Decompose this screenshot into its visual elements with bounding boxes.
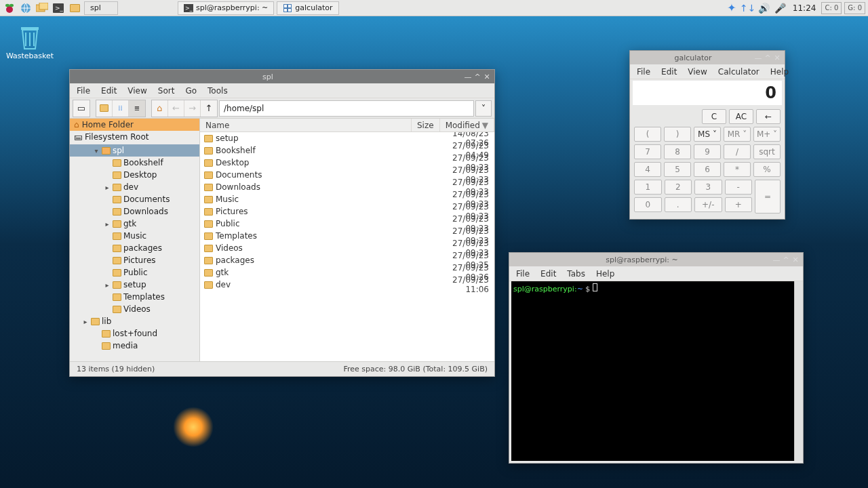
key-mr[interactable]: MR ˅ [724,127,751,142]
home-button[interactable]: ⌂ [152,100,168,117]
minimize-button[interactable]: — [463,72,473,81]
path-entry[interactable]: /home/spl [219,100,474,117]
menu-calculator[interactable]: Calculator [714,66,764,78]
tree-node-media[interactable]: media [70,340,199,352]
close-button[interactable]: ✕ [482,72,492,81]
menu-tools[interactable]: Tools [203,85,232,97]
list-view-button[interactable]: ≣ [129,100,145,117]
terminal-titlebar[interactable]: spl@raspberrypi: ~ — ^ ✕ [509,253,803,266]
key-equals[interactable]: = [755,180,781,214]
key-ms[interactable]: MS ˅ [694,127,721,142]
key-1[interactable]: 1 [634,180,662,195]
filemanager-launcher-icon[interactable] [35,1,49,15]
key-rparen[interactable]: ) [664,127,691,142]
key-sub[interactable]: - [725,180,753,195]
col-name[interactable]: Name [200,119,412,131]
terminal-body[interactable]: spl@raspberrypi:~ $ [511,281,801,461]
browser-icon[interactable] [19,1,33,15]
key-div[interactable]: / [724,144,751,159]
key-clear[interactable]: C [702,109,726,124]
menu-file[interactable]: File [73,85,94,97]
key-sqrt[interactable]: sqrt [753,144,781,159]
tree-node-setup[interactable]: ▸setup [70,279,199,291]
key-mplus[interactable]: M+ ˅ [753,127,781,142]
up-button[interactable]: ↑ [201,100,217,117]
menu-help[interactable]: Help [766,66,793,78]
expand-icon[interactable]: ▸ [104,184,111,191]
menu-help[interactable]: Help [592,268,618,280]
menu-edit[interactable]: Edit [536,268,560,280]
tree-node-dev[interactable]: ▸dev [70,181,199,193]
clock[interactable]: 11:24 [790,3,819,13]
menu-file[interactable]: File [512,268,534,280]
menu-tabs[interactable]: Tabs [563,268,589,280]
key-3[interactable]: 3 [694,180,722,195]
expand-icon[interactable]: ▸ [104,281,111,289]
key-mul[interactable]: * [724,162,751,177]
tree-node-spl[interactable]: ▾spl [70,144,199,157]
task-filemanager[interactable]: spl [84,1,118,15]
expand-icon[interactable]: ▾ [93,147,100,155]
new-tab-button[interactable]: ▭ [73,100,90,117]
key-5[interactable]: 5 [664,162,691,177]
place-filesystem-root[interactable]: 🖴Filesystem Root [70,131,199,143]
menu-edit[interactable]: Edit [657,66,681,78]
terminal-launcher-icon[interactable]: >_ [52,1,65,15]
filemanager-titlebar[interactable]: spl — ^ ✕ [70,70,494,83]
key-7[interactable]: 7 [634,144,661,159]
forward-button[interactable]: → [184,100,201,117]
tree-node-documents[interactable]: Documents [70,193,199,205]
close-button[interactable]: ✕ [772,53,782,62]
key-6[interactable]: 6 [694,162,721,177]
key-dot[interactable]: . [665,197,692,212]
close-button[interactable]: ✕ [791,255,800,264]
task-terminal[interactable]: >_ spl@raspberrypi: ~ [178,1,274,15]
tree-node-bookshelf[interactable]: Bookshelf [70,157,199,169]
tree-node-videos[interactable]: Videos [70,303,199,315]
tree-node-lost+found[interactable]: lost+found [70,327,199,340]
menu-go[interactable]: Go [181,85,201,97]
key-8[interactable]: 8 [664,144,691,159]
tree-node-packages[interactable]: packages [70,242,199,254]
menu-view[interactable]: View [684,66,711,78]
col-modified[interactable]: Modified▼ [440,119,494,131]
workspace-2[interactable]: G: 0 [844,2,865,14]
key-4[interactable]: 4 [634,162,661,177]
maximize-button[interactable]: ^ [473,72,482,81]
menu-sort[interactable]: Sort [154,85,179,97]
minimize-button[interactable]: — [772,255,781,264]
volume-icon[interactable]: 🔊 [757,1,771,15]
key-backspace[interactable]: ← [756,109,781,124]
tree-node-templates[interactable]: Templates [70,291,199,303]
galculator-titlebar[interactable]: galculator — ^ ✕ [630,51,785,64]
key-0[interactable]: 0 [634,197,662,212]
tree-node-gtk[interactable]: ▸gtk [70,218,199,230]
thumb-view-button[interactable]: ⁞⁞ [113,100,129,117]
tree-node-desktop[interactable]: Desktop [70,169,199,181]
maximize-button[interactable]: ^ [781,255,791,264]
tree-node-pictures[interactable]: Pictures [70,254,199,266]
key-allclear[interactable]: AC [729,109,753,124]
back-button[interactable]: ← [168,100,184,117]
key-lparen[interactable]: ( [634,127,661,142]
key-sign[interactable]: +/- [694,197,722,212]
menu-file[interactable]: File [633,66,654,78]
tree-node-public[interactable]: Public [70,266,199,279]
key-9[interactable]: 9 [694,144,721,159]
menu-raspberry-icon[interactable] [3,1,16,15]
expand-icon[interactable]: ▸ [104,220,111,228]
key-pct[interactable]: % [753,162,781,177]
tree-node-music[interactable]: Music [70,230,199,242]
workspace-1[interactable]: C: 0 [821,2,842,14]
col-size[interactable]: Size [412,119,440,131]
tree-node-downloads[interactable]: Downloads [70,205,199,218]
tree-node-lib[interactable]: ▸lib [70,315,199,327]
key-2[interactable]: 2 [665,180,692,195]
menu-view[interactable]: View [123,85,151,97]
bluetooth-icon[interactable]: ✦ [725,1,738,15]
icon-view-button[interactable] [96,100,113,117]
task-galculator[interactable]: galculator [277,1,338,15]
wastebasket[interactable]: Wastebasket [5,23,54,60]
quick-folder-icon[interactable] [68,1,81,15]
key-add[interactable]: + [725,197,753,212]
